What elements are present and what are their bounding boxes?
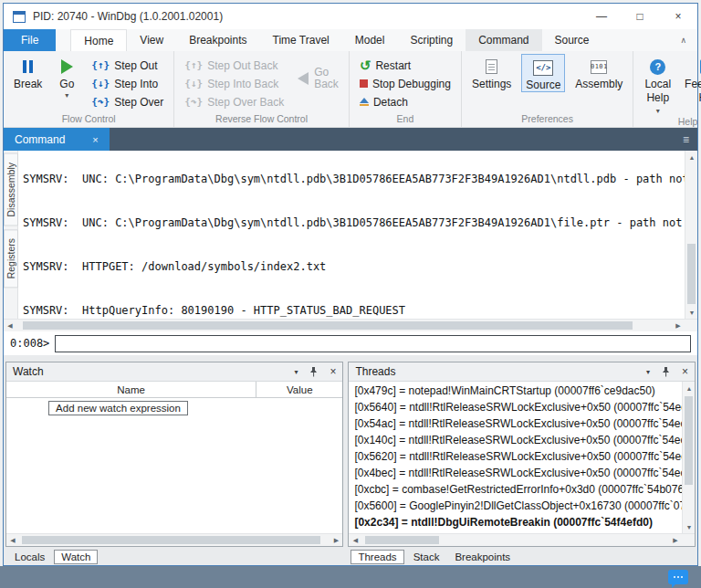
collapse-ribbon-icon[interactable]: ∧ bbox=[669, 29, 697, 51]
feedback-chat-icon[interactable] bbox=[668, 570, 688, 584]
step-out-button[interactable]: {↑} Step Out bbox=[88, 57, 167, 74]
watch-panel-tabs: Locals Watch bbox=[5, 547, 343, 565]
watch-horizontal-scrollbar[interactable]: ◀ ▶ bbox=[6, 533, 342, 546]
tab-view[interactable]: View bbox=[127, 29, 176, 51]
restart-button[interactable]: ↺ Restart bbox=[356, 57, 455, 74]
scroll-up-icon[interactable]: ▲ bbox=[685, 151, 698, 163]
panel-menu-icon[interactable]: ▾ bbox=[294, 368, 298, 376]
tab-home[interactable]: Home bbox=[70, 29, 127, 51]
threads-vertical-scrollbar[interactable]: ▲ ▼ bbox=[682, 382, 695, 533]
group-label-flow-control: Flow Control bbox=[8, 113, 169, 127]
stop-debugging-button[interactable]: Stop Debugging bbox=[356, 75, 455, 92]
assembly-button[interactable]: 0101 Assembly bbox=[571, 54, 626, 90]
pin-icon[interactable] bbox=[662, 367, 670, 377]
scroll-right-icon[interactable]: ▶ bbox=[669, 534, 682, 547]
scrollbar-thumb[interactable] bbox=[23, 321, 633, 330]
panel-menu-icon[interactable]: ▾ bbox=[646, 368, 650, 376]
add-watch-expression-button[interactable]: Add new watch expression bbox=[48, 401, 188, 415]
threads-panel: Threads ▾ × [0x479c] = notepad!WinMainCR… bbox=[348, 362, 696, 547]
tab-source[interactable]: Source bbox=[542, 29, 602, 51]
vertical-scrollbar[interactable]: ▲ ▼ bbox=[685, 151, 697, 319]
tab-breakpoints[interactable]: Breakpoints bbox=[176, 29, 259, 51]
scroll-left-icon[interactable]: ◀ bbox=[6, 534, 19, 547]
go-dropdown-icon[interactable]: ▾ bbox=[65, 92, 68, 99]
maximize-button[interactable]: □ bbox=[621, 4, 659, 29]
step-out-icon: {↑} bbox=[91, 59, 110, 71]
tab-command[interactable]: Command bbox=[466, 29, 541, 51]
tab-threads[interactable]: Threads bbox=[350, 550, 403, 564]
go-back-button: Go Back bbox=[294, 54, 342, 90]
scroll-down-icon[interactable]: ▼ bbox=[683, 520, 696, 533]
panel-close-icon[interactable]: × bbox=[330, 365, 336, 378]
pause-icon bbox=[23, 60, 33, 73]
document-tab-bar: Command × ≡ bbox=[4, 128, 697, 151]
close-button[interactable]: × bbox=[659, 4, 697, 29]
scrollbar-thumb[interactable] bbox=[687, 244, 696, 304]
horizontal-scrollbar[interactable]: ◀ ▶ bbox=[4, 319, 697, 331]
step-out-back-icon: {↑} bbox=[184, 59, 203, 71]
watch-column-header: Name Value bbox=[6, 382, 342, 398]
break-button[interactable]: Break bbox=[10, 54, 46, 90]
thread-row[interactable]: [0x5600] = GooglePinyin2!DllGetClassObje… bbox=[349, 498, 682, 514]
source-button[interactable]: </> Source bbox=[521, 54, 565, 92]
tab-close-icon[interactable]: × bbox=[92, 134, 98, 145]
settings-button[interactable]: Settings bbox=[468, 54, 515, 90]
scroll-right-icon[interactable]: ▶ bbox=[330, 534, 342, 547]
panel-close-icon[interactable]: × bbox=[682, 365, 688, 378]
scrollbar-thumb[interactable] bbox=[685, 396, 693, 485]
scroll-up-icon[interactable]: ▲ bbox=[683, 382, 696, 394]
command-input[interactable] bbox=[55, 335, 691, 352]
registers-tab[interactable]: Registers bbox=[4, 229, 18, 288]
horizontal-splitter[interactable] bbox=[4, 355, 697, 362]
thread-row[interactable]: [0x5640] = ntdll!RtlReleaseSRWLockExclus… bbox=[349, 399, 682, 415]
minimize-button[interactable]: — bbox=[582, 4, 621, 29]
tab-breakpoints-panel[interactable]: Breakpoints bbox=[448, 551, 517, 563]
ribbon-group-reverse-flow-control: {↑} Step Out Back {↓} Step Into Back {↷}… bbox=[174, 51, 350, 127]
scrollbar-thumb[interactable] bbox=[22, 536, 320, 544]
scrollbar-thumb[interactable] bbox=[365, 536, 439, 544]
status-bar bbox=[0, 566, 701, 588]
column-value[interactable]: Value bbox=[256, 382, 342, 397]
play-icon bbox=[61, 59, 73, 74]
thread-row[interactable]: [0x140c] = ntdll!RtlReleaseSRWLockExclus… bbox=[349, 432, 682, 448]
tab-file[interactable]: File bbox=[4, 29, 56, 51]
disassembly-tab[interactable]: Disassembly bbox=[4, 153, 18, 226]
local-help-button[interactable]: ? Local Help ▾ bbox=[640, 54, 675, 116]
scroll-left-icon[interactable]: ◀ bbox=[4, 320, 16, 332]
pin-icon[interactable] bbox=[309, 367, 318, 377]
column-name[interactable]: Name bbox=[6, 382, 256, 397]
thread-row[interactable]: [0x4bec] = ntdll!RtlReleaseSRWLockExclus… bbox=[349, 465, 682, 481]
feedback-hub-button[interactable]: Feedback Hub bbox=[682, 54, 701, 104]
thread-row[interactable]: [0x5620] = ntdll!RtlReleaseSRWLockExclus… bbox=[349, 448, 682, 465]
command-doc-tab[interactable]: Command × bbox=[4, 128, 110, 151]
threads-horizontal-scrollbar[interactable]: ◀ ▶ bbox=[349, 533, 695, 546]
output-line: SYMSRV: HTTPGET: /download/symbols/index… bbox=[23, 259, 685, 274]
ribbon: Break Go ▾ {↑} Step Out {↓} Step Into bbox=[4, 51, 697, 128]
step-over-button[interactable]: {↷} Step Over bbox=[88, 93, 167, 110]
group-label-reverse-flow-control: Reverse Flow Control bbox=[179, 113, 344, 127]
scroll-left-icon[interactable]: ◀ bbox=[349, 534, 361, 547]
detach-button[interactable]: Detach bbox=[356, 93, 455, 110]
windbg-window: PID: 20740 - WinDbg (1.0.2001.02001) — □… bbox=[3, 3, 698, 566]
command-prompt: 0:008> bbox=[10, 337, 49, 350]
go-button[interactable]: Go ▾ bbox=[52, 54, 81, 99]
tab-time-travel[interactable]: Time Travel bbox=[260, 29, 342, 51]
restart-icon: ↺ bbox=[360, 59, 371, 72]
tab-list-menu-icon[interactable]: ≡ bbox=[675, 128, 697, 151]
tab-locals[interactable]: Locals bbox=[8, 551, 51, 563]
thread-row[interactable]: [0xcbc] = combase!GetRestrictedErrorInfo… bbox=[349, 481, 682, 498]
group-label-end: End bbox=[354, 113, 456, 127]
thread-list: [0x479c] = notepad!WinMainCRTStartup (00… bbox=[349, 382, 682, 533]
tab-watch[interactable]: Watch bbox=[54, 550, 98, 564]
scroll-down-icon[interactable]: ▼ bbox=[685, 306, 698, 319]
thread-row[interactable]: [0x54ac] = ntdll!RtlReleaseSRWLockExclus… bbox=[349, 415, 682, 432]
thread-row-current[interactable]: [0x2c34] = ntdll!DbgUiRemoteBreakin (000… bbox=[349, 514, 682, 530]
scroll-right-icon[interactable]: ▶ bbox=[672, 320, 685, 332]
threads-panel-tabs: Threads Stack Breakpoints bbox=[348, 547, 696, 565]
thread-row[interactable]: [0x479c] = notepad!WinMainCRTStartup (00… bbox=[349, 383, 682, 399]
step-into-button[interactable]: {↓} Step Into bbox=[88, 75, 167, 92]
tab-scripting[interactable]: Scripting bbox=[397, 29, 466, 51]
output-line: SYMSRV: UNC: C:\ProgramData\Dbg\sym\ntdl… bbox=[23, 172, 685, 186]
tab-model[interactable]: Model bbox=[342, 29, 398, 51]
tab-stack[interactable]: Stack bbox=[407, 551, 446, 563]
